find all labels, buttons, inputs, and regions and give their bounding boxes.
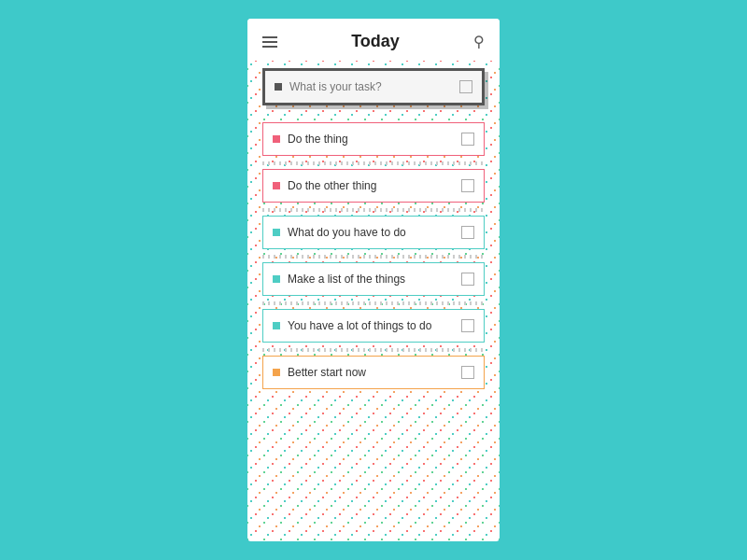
separator <box>262 161 485 165</box>
task-label: What do you have to do <box>288 226 454 239</box>
task-item: You have a lot of things to do <box>262 309 485 343</box>
task-checkbox[interactable] <box>461 273 474 286</box>
task-label: You have a lot of things to do <box>288 319 454 332</box>
task-bullet <box>273 322 280 329</box>
search-icon[interactable]: ⚲ <box>473 33 485 50</box>
task-item: Do the other thing <box>262 169 485 203</box>
separator <box>262 301 485 305</box>
task-bullet <box>273 275 280 283</box>
header: Today ⚲ <box>247 19 500 61</box>
task-item: What do you have to do <box>262 216 485 249</box>
new-task-wrapper <box>262 68 485 105</box>
task-checkbox[interactable] <box>461 179 474 192</box>
task-checkbox[interactable] <box>461 133 474 146</box>
task-item: Better start now <box>262 356 485 389</box>
task-label: Better start now <box>288 366 454 379</box>
task-bullet <box>273 135 280 143</box>
separator <box>262 348 485 352</box>
task-bullet <box>273 182 280 189</box>
separator <box>262 255 485 259</box>
new-task-input[interactable] <box>289 80 452 93</box>
task-bullet <box>273 369 280 376</box>
input-bullet <box>275 83 282 91</box>
menu-icon[interactable] <box>262 36 277 48</box>
task-bullet <box>273 229 280 236</box>
task-item: Do the thing <box>262 122 485 156</box>
task-item: Make a list of the things <box>262 262 485 296</box>
content-area: Do the thing Do the other thing What do … <box>247 61 500 406</box>
input-checkbox[interactable] <box>459 80 472 93</box>
separator <box>262 208 485 212</box>
task-label: Do the thing <box>288 133 454 146</box>
task-checkbox[interactable] <box>461 366 474 379</box>
new-task-input-row <box>265 71 482 103</box>
page-title: Today <box>351 32 400 51</box>
phone-container: Today ⚲ Do the thing Do the other thing <box>247 19 500 541</box>
task-checkbox[interactable] <box>461 226 474 239</box>
task-checkbox[interactable] <box>461 319 474 332</box>
task-label: Do the other thing <box>288 179 454 192</box>
task-label: Make a list of the things <box>288 273 454 286</box>
